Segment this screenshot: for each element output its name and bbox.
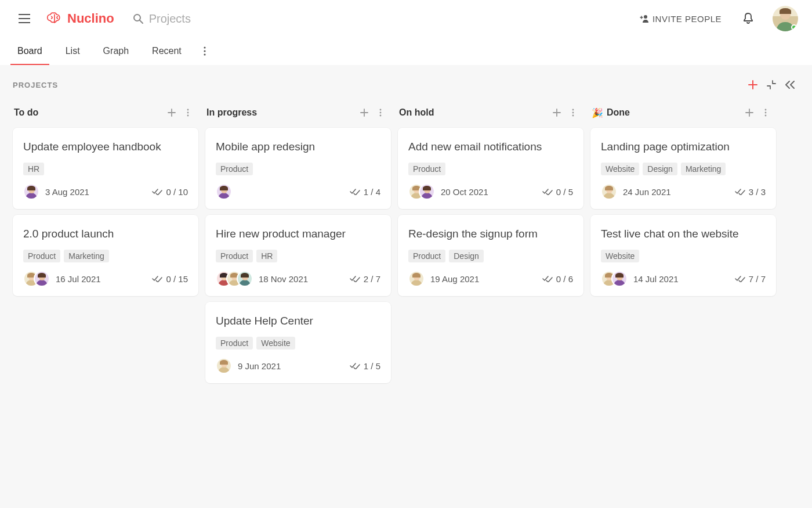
card-tags: HR <box>23 163 188 175</box>
user-avatar[interactable] <box>773 6 798 31</box>
card-checklist: 1 / 5 <box>350 361 380 371</box>
column-more-button[interactable] <box>372 105 389 121</box>
card-checklist: 7 / 7 <box>735 274 766 284</box>
board-card[interactable]: 2.0 product launchProductMarketing16 Jul… <box>13 215 198 296</box>
svg-point-4 <box>204 53 205 55</box>
checklist-icon <box>350 362 360 369</box>
add-button[interactable] <box>744 75 762 94</box>
collapse-fullscreen-button[interactable] <box>762 75 781 94</box>
card-tags: ProductDesign <box>408 250 573 262</box>
board-card[interactable]: Add new email notificationsProduct20 Oct… <box>398 128 583 209</box>
presence-indicator <box>791 24 797 30</box>
card-avatars <box>408 271 425 287</box>
column-more-button[interactable] <box>757 105 774 121</box>
tag: Marketing <box>681 163 726 175</box>
app-header: Nuclino INVITE PEOPLE <box>0 0 812 37</box>
column-more-button[interactable] <box>565 105 581 121</box>
brand-logo[interactable]: Nuclino <box>46 11 114 26</box>
card-title: Hire new product manager <box>216 228 380 240</box>
board-header: PROJECTS <box>0 75 812 101</box>
checklist-icon <box>735 275 745 282</box>
checklist-icon <box>152 275 162 282</box>
tag: Design <box>449 250 484 262</box>
brain-icon <box>46 12 63 25</box>
column-add-button[interactable] <box>164 105 180 121</box>
chevrons-left-icon <box>785 81 795 89</box>
board-card[interactable]: Landing page optimizationWebsiteDesignMa… <box>590 128 776 209</box>
tab-list[interactable]: List <box>62 37 84 65</box>
avatar <box>216 183 232 200</box>
plus-icon <box>748 80 757 89</box>
card-avatars <box>408 183 435 200</box>
checklist-count: 1 / 4 <box>364 187 380 197</box>
svg-point-12 <box>572 112 574 114</box>
board-card[interactable]: Re-design the signup formProductDesign19… <box>398 215 583 296</box>
svg-point-16 <box>765 115 767 117</box>
checklist-count: 0 / 10 <box>166 187 188 197</box>
column-header: 🎉Done <box>590 101 776 128</box>
board-card[interactable]: Mobile app redesignProduct1 / 4 <box>205 128 391 209</box>
tab-board[interactable]: Board <box>14 37 46 65</box>
plus-icon <box>553 109 561 117</box>
board-card[interactable]: Test live chat on the websiteWebsite14 J… <box>590 215 776 296</box>
card-tags: ProductWebsite <box>216 337 380 350</box>
svg-point-5 <box>187 109 189 111</box>
card-footer: 24 Jun 20213 / 3 <box>601 183 766 200</box>
card-title: Update employee handbook <box>23 140 188 153</box>
column-add-button[interactable] <box>741 105 757 121</box>
search-field[interactable] <box>133 12 323 26</box>
card-title: Add new email notifications <box>408 140 573 153</box>
card-title: Test live chat on the website <box>601 228 766 240</box>
brand-name: Nuclino <box>67 11 114 26</box>
collapse-sidebar-button[interactable] <box>781 75 799 94</box>
checklist-count: 0 / 5 <box>556 187 573 197</box>
search-input[interactable] <box>149 12 323 26</box>
card-tags: ProductMarketing <box>23 250 188 262</box>
plus-icon <box>360 109 368 117</box>
board-card[interactable]: Update Help CenterProductWebsite9 Jun 20… <box>205 302 391 383</box>
svg-point-7 <box>187 115 189 117</box>
card-footer: 1 / 4 <box>216 183 380 200</box>
menu-button[interactable] <box>14 8 35 29</box>
column-add-button[interactable] <box>356 105 372 121</box>
tag: HR <box>23 163 44 175</box>
column-header: On hold <box>398 101 583 128</box>
avatar <box>419 183 435 200</box>
tag: Marketing <box>64 250 108 262</box>
card-checklist: 0 / 6 <box>542 274 573 284</box>
column-header: In progress <box>205 101 391 128</box>
checklist-icon <box>542 275 553 282</box>
invite-people-button[interactable]: INVITE PEOPLE <box>633 10 727 27</box>
svg-point-8 <box>380 109 382 111</box>
plus-icon <box>745 109 753 117</box>
tag: Product <box>408 163 445 175</box>
tab-recent[interactable]: Recent <box>148 37 185 65</box>
card-checklist: 0 / 10 <box>152 187 188 197</box>
plus-icon <box>168 109 176 117</box>
column-header: To do <box>13 101 198 128</box>
tag: Website <box>601 163 639 175</box>
tab-graph[interactable]: Graph <box>100 37 132 65</box>
column-more-button[interactable] <box>180 105 196 121</box>
card-date: 24 Jun 2021 <box>623 187 671 197</box>
board-card[interactable]: Hire new product managerProductHR18 Nov … <box>205 215 391 296</box>
svg-point-1 <box>644 15 647 19</box>
card-date: 9 Jun 2021 <box>238 361 281 371</box>
tag: Website <box>601 250 639 262</box>
avatar <box>34 271 50 287</box>
board-title: PROJECTS <box>13 81 58 89</box>
card-date: 3 Aug 2021 <box>45 187 89 197</box>
tab-more-button[interactable] <box>201 46 208 56</box>
card-title: Mobile app redesign <box>216 140 380 153</box>
card-date: 14 Jul 2021 <box>633 274 679 284</box>
board-column: On holdAdd new email notificationsProduc… <box>398 101 583 302</box>
card-footer: 3 Aug 20210 / 10 <box>23 183 188 200</box>
column-add-button[interactable] <box>549 105 565 121</box>
card-footer: 20 Oct 20210 / 5 <box>408 183 573 200</box>
card-title: Landing page optimization <box>601 140 766 153</box>
card-avatars <box>601 271 628 287</box>
board-card[interactable]: Update employee handbookHR3 Aug 20210 / … <box>13 128 198 209</box>
notifications-button[interactable] <box>737 7 760 30</box>
card-avatars <box>23 271 50 287</box>
avatar <box>237 271 253 287</box>
